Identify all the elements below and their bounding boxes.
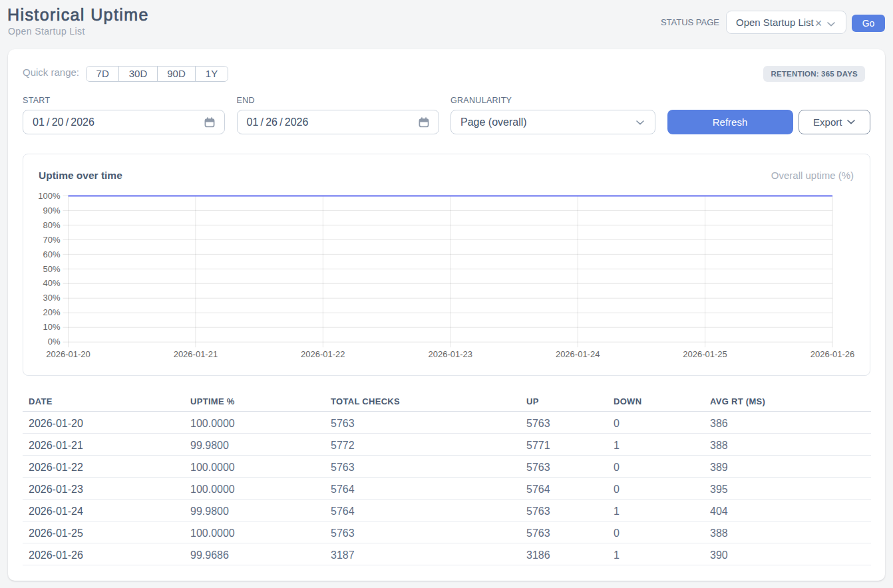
svg-text:2026-01-26: 2026-01-26 bbox=[810, 349, 855, 359]
svg-text:30%: 30% bbox=[43, 293, 60, 303]
svg-text:2026-01-24: 2026-01-24 bbox=[556, 349, 600, 359]
svg-text:70%: 70% bbox=[43, 235, 60, 245]
svg-text:80%: 80% bbox=[43, 220, 60, 230]
svg-text:90%: 90% bbox=[43, 206, 60, 216]
svg-text:50%: 50% bbox=[43, 264, 60, 274]
svg-text:2026-01-25: 2026-01-25 bbox=[683, 349, 727, 359]
svg-text:40%: 40% bbox=[43, 278, 60, 288]
svg-text:10%: 10% bbox=[43, 322, 60, 332]
svg-text:0%: 0% bbox=[48, 337, 61, 347]
svg-text:2026-01-22: 2026-01-22 bbox=[301, 349, 345, 359]
svg-text:20%: 20% bbox=[43, 307, 60, 317]
svg-text:60%: 60% bbox=[43, 249, 60, 259]
svg-text:2026-01-21: 2026-01-21 bbox=[174, 349, 218, 359]
svg-text:2026-01-23: 2026-01-23 bbox=[429, 349, 473, 359]
svg-text:2026-01-20: 2026-01-20 bbox=[46, 349, 90, 359]
svg-text:100%: 100% bbox=[38, 191, 61, 201]
